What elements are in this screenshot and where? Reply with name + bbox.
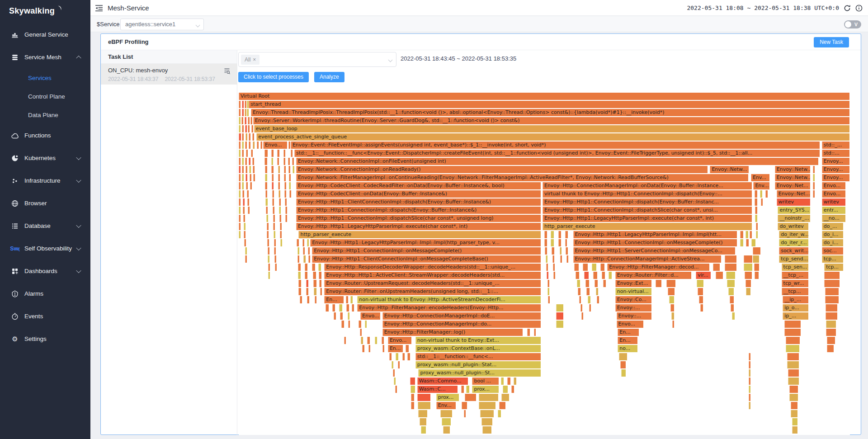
flame-frame[interactable]: Envoy... bbox=[822, 158, 850, 165]
flame-frame[interactable] bbox=[417, 394, 431, 401]
flame-frame[interactable] bbox=[787, 353, 799, 360]
flame-frame[interactable] bbox=[243, 215, 245, 222]
sidebar-item-service-mesh[interactable]: Service Mesh bbox=[0, 46, 90, 69]
flame-frame[interactable] bbox=[245, 133, 248, 141]
flame-frame[interactable] bbox=[407, 353, 410, 360]
flame-frame[interactable]: __ip_... bbox=[783, 296, 809, 303]
flame-frame[interactable]: std::... bbox=[822, 150, 850, 157]
flame-frame[interactable] bbox=[242, 125, 244, 132]
flame-frame[interactable] bbox=[289, 182, 291, 189]
flame-frame[interactable] bbox=[666, 280, 675, 287]
task-log-icon[interactable] bbox=[223, 67, 231, 75]
flame-frame[interactable] bbox=[791, 410, 798, 417]
flame-frame[interactable] bbox=[257, 142, 259, 149]
flame-frame[interactable] bbox=[511, 386, 514, 393]
flame-frame[interactable] bbox=[556, 312, 564, 320]
flame-frame[interactable]: En... bbox=[388, 345, 403, 352]
flame-frame[interactable] bbox=[547, 280, 550, 287]
flame-frame[interactable] bbox=[246, 182, 248, 189]
flame-frame[interactable] bbox=[745, 272, 752, 279]
flame-frame[interactable] bbox=[239, 174, 241, 181]
flame-frame[interactable] bbox=[273, 223, 275, 230]
flame-frame[interactable] bbox=[265, 182, 267, 189]
flame-frame[interactable] bbox=[586, 288, 590, 295]
flame-frame[interactable] bbox=[341, 321, 344, 328]
flame-frame[interactable] bbox=[585, 280, 590, 287]
flame-frame[interactable] bbox=[552, 247, 555, 255]
flame-frame[interactable] bbox=[560, 247, 562, 255]
flame-frame[interactable]: event_process_active_single_queue bbox=[256, 133, 850, 141]
flame-frame[interactable] bbox=[239, 142, 241, 149]
flame-frame[interactable] bbox=[668, 288, 675, 295]
flame-frame[interactable] bbox=[284, 182, 287, 189]
flame-frame[interactable] bbox=[284, 190, 287, 198]
flame-frame[interactable]: do_writev bbox=[778, 223, 809, 230]
flame-frame[interactable] bbox=[289, 190, 292, 198]
sidebar-item-browser[interactable]: Browser bbox=[0, 192, 90, 215]
sidebar-item-kubernetes[interactable]: Kubernetes bbox=[0, 147, 90, 170]
flame-frame[interactable] bbox=[242, 142, 244, 149]
flame-frame[interactable] bbox=[245, 174, 248, 181]
flame-frame[interactable]: Envoy... bbox=[822, 174, 850, 181]
flame-frame[interactable] bbox=[245, 109, 247, 116]
flame-frame[interactable] bbox=[545, 247, 547, 255]
flame-frame[interactable] bbox=[239, 190, 241, 198]
flame-frame[interactable] bbox=[249, 158, 251, 165]
flame-frame[interactable] bbox=[332, 304, 335, 312]
sidebar-item-data-plane[interactable]: Data Plane bbox=[0, 106, 90, 124]
flame-frame[interactable] bbox=[402, 353, 405, 360]
flame-frame[interactable] bbox=[242, 166, 244, 173]
flame-frame[interactable] bbox=[824, 272, 840, 279]
flame-frame[interactable] bbox=[465, 394, 476, 401]
flame-frame[interactable]: ip_o... bbox=[783, 304, 809, 312]
sidebar-item-self-observability[interactable]: Sw⦅Self Observability bbox=[0, 237, 90, 260]
flame-frame[interactable]: soc... bbox=[822, 247, 844, 255]
flame-frame[interactable] bbox=[592, 264, 597, 271]
flame-frame[interactable] bbox=[348, 321, 350, 328]
flame-frame[interactable] bbox=[594, 280, 598, 287]
sidebar-item-events[interactable]: Events bbox=[0, 305, 90, 328]
flame-frame[interactable] bbox=[272, 190, 274, 198]
flame-frame[interactable] bbox=[755, 272, 759, 279]
flame-frame[interactable] bbox=[306, 280, 309, 287]
flame-frame[interactable] bbox=[249, 133, 251, 141]
flame-frame[interactable] bbox=[755, 207, 757, 214]
flame-frame[interactable]: vir... bbox=[696, 272, 711, 279]
flame-frame[interactable]: http_parser_execute bbox=[298, 231, 541, 238]
flame-frame[interactable] bbox=[464, 410, 466, 417]
flame-frame[interactable] bbox=[619, 353, 627, 360]
flame-frame[interactable] bbox=[670, 304, 675, 312]
flame-frame[interactable] bbox=[751, 239, 755, 246]
flame-frame[interactable] bbox=[239, 117, 241, 124]
flame-frame[interactable] bbox=[514, 378, 517, 385]
flame-frame[interactable] bbox=[792, 426, 798, 434]
flame-frame[interactable] bbox=[367, 337, 370, 344]
flame-graph[interactable]: Virtual Rootstart_threadEnvoy::Thread::T… bbox=[239, 93, 850, 435]
flame-frame[interactable] bbox=[289, 174, 291, 181]
flame-frame[interactable] bbox=[825, 296, 839, 303]
flame-frame[interactable] bbox=[278, 182, 280, 189]
flame-frame[interactable] bbox=[749, 378, 751, 385]
flame-frame[interactable] bbox=[498, 410, 501, 417]
flame-frame[interactable] bbox=[395, 386, 397, 393]
flame-frame[interactable] bbox=[277, 150, 279, 157]
process-filter-select[interactable]: All× bbox=[238, 52, 396, 67]
flame-frame[interactable] bbox=[479, 402, 496, 409]
flame-frame[interactable] bbox=[268, 272, 270, 279]
flame-frame[interactable] bbox=[267, 223, 269, 230]
flame-frame[interactable] bbox=[727, 280, 735, 287]
flame-frame[interactable] bbox=[284, 166, 286, 173]
flame-frame[interactable]: proxy_wasm::null_plugin::St... bbox=[418, 369, 541, 377]
flame-frame[interactable] bbox=[580, 304, 583, 312]
flame-frame[interactable] bbox=[239, 133, 241, 141]
flame-frame[interactable] bbox=[265, 198, 268, 206]
flame-frame[interactable]: std::_... bbox=[822, 142, 850, 149]
flame-frame[interactable] bbox=[394, 378, 396, 385]
flame-frame[interactable] bbox=[303, 247, 305, 255]
flame-frame[interactable] bbox=[242, 109, 244, 116]
flame-frame[interactable] bbox=[298, 288, 302, 295]
flame-frame[interactable] bbox=[560, 255, 562, 263]
flame-frame[interactable] bbox=[479, 394, 498, 401]
flame-frame[interactable]: Envoy::Http::Http1::ConnectionImpl::onMe… bbox=[312, 247, 541, 255]
flame-frame[interactable] bbox=[253, 166, 255, 173]
